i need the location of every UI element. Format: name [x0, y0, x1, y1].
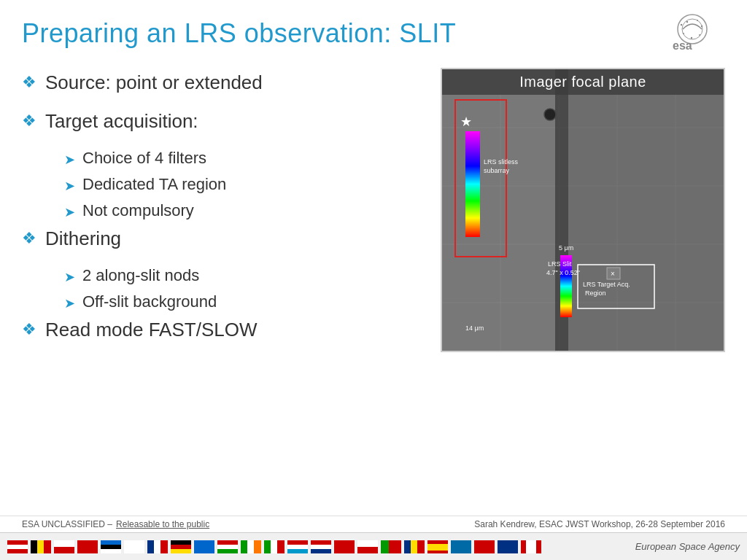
- diamond-icon-read: ❖: [22, 320, 36, 339]
- bullet-target-text: Target acquisition:: [45, 110, 198, 133]
- flag-luxembourg: [287, 540, 308, 553]
- sub-text-compulsory: Not compulsory: [82, 201, 194, 220]
- arrow-icon-along-slit: ➤: [64, 269, 75, 285]
- flags-container: [7, 540, 541, 553]
- flag-poland: [357, 540, 378, 553]
- svg-point-4: [701, 26, 703, 27]
- flag-czech: [54, 540, 74, 553]
- sub-item-not-compulsory: ➤ Not compulsory: [64, 201, 419, 220]
- bullet-target-acq-group: ❖ Target acquisition: ➤ Choice of 4 filt…: [22, 110, 419, 220]
- flag-italy: [264, 540, 285, 553]
- agency-text: European Space Agency: [635, 541, 740, 552]
- image-title: Imager focal plane: [442, 69, 724, 95]
- sub-text-filters: Choice of 4 filters: [82, 149, 206, 168]
- bullet-dithering-group: ❖ Dithering ➤ 2 along-slit nods ➤ Off-sl…: [22, 228, 419, 311]
- sub-item-filters: ➤ Choice of 4 filters: [64, 149, 419, 168]
- bullet-target-acq: ❖ Target acquisition:: [22, 110, 419, 133]
- svg-text:★: ★: [460, 114, 472, 129]
- flag-switzerland: [474, 540, 495, 553]
- svg-text:LRS Target Acq.: LRS Target Acq.: [583, 281, 630, 288]
- svg-rect-23: [465, 131, 480, 237]
- svg-text:esa: esa: [673, 39, 692, 52]
- sub-text-off-slit: Off-slit background: [82, 292, 217, 311]
- svg-text:LRS slitless: LRS slitless: [484, 158, 519, 166]
- bullet-read-text: Read mode FAST/SLOW: [45, 319, 257, 341]
- arrow-icon-off-slit: ➤: [64, 295, 75, 311]
- flag-france: [147, 540, 168, 553]
- flag-portugal: [381, 540, 401, 553]
- svg-point-6: [691, 37, 692, 39]
- arrow-icon-compulsory: ➤: [64, 204, 75, 220]
- svg-text:4.7" x 0.52": 4.7" x 0.52": [546, 269, 580, 276]
- arrow-icon-filters: ➤: [64, 152, 75, 168]
- sub-item-ta-region: ➤ Dedicated TA region: [64, 175, 419, 194]
- svg-rect-19: [555, 69, 725, 352]
- esa-logo: esa: [659, 13, 725, 53]
- footer-left: ESA UNCLASSIFIED – Releasable to the pub…: [22, 519, 209, 529]
- sub-item-off-slit: ➤ Off-slit background: [64, 292, 419, 311]
- flag-ireland: [241, 540, 261, 553]
- diamond-icon-dither: ❖: [22, 229, 36, 248]
- classification-text: ESA UNCLASSIFIED –: [22, 519, 112, 529]
- bullet-read-mode: ❖ Read mode FAST/SLOW: [22, 319, 419, 341]
- flag-netherlands: [311, 540, 331, 553]
- svg-point-5: [699, 34, 700, 36]
- svg-point-8: [681, 24, 682, 26]
- svg-text:Region: Region: [585, 289, 606, 297]
- flag-germany: [171, 540, 191, 553]
- svg-text:subarray: subarray: [484, 167, 510, 174]
- arrow-icon-ta: ➤: [64, 178, 75, 194]
- svg-point-7: [683, 33, 684, 34]
- bullet-source: ❖ Source: point or extended: [22, 71, 419, 94]
- flag-canada: [521, 540, 541, 553]
- footer-credit: Sarah Kendrew, ESAC JWST Workshop, 26-28…: [474, 519, 725, 529]
- flag-hungary: [217, 540, 238, 553]
- flag-finland: [124, 540, 144, 553]
- footer-text-row: ESA UNCLASSIFIED – Releasable to the pub…: [0, 516, 747, 532]
- footer-flags: European Space Agency: [0, 532, 747, 560]
- flag-belgium: [31, 540, 51, 553]
- diamond-icon-target: ❖: [22, 112, 36, 131]
- flag-denmark: [77, 540, 98, 553]
- svg-point-1: [682, 19, 703, 39]
- svg-text:×: ×: [611, 270, 615, 278]
- flag-norway: [334, 540, 355, 553]
- bullet-dithering-text: Dithering: [45, 228, 121, 250]
- right-column: ★: [441, 68, 725, 357]
- flag-spain: [427, 540, 448, 553]
- sub-item-along-slit: ➤ 2 along-slit nods: [64, 266, 419, 285]
- footer: ESA UNCLASSIFIED – Releasable to the pub…: [0, 516, 747, 560]
- main-content: ❖ Source: point or extended ❖ Target acq…: [0, 61, 747, 357]
- target-sub-bullets: ➤ Choice of 4 filters ➤ Dedicated TA reg…: [64, 149, 419, 220]
- bullet-dithering: ❖ Dithering: [22, 228, 419, 250]
- svg-text:LRS Slit: LRS Slit: [548, 260, 572, 268]
- page-title: Preparing an LRS observation: SLIT: [22, 18, 456, 49]
- focal-inner: ★: [442, 69, 724, 351]
- flag-romania: [404, 540, 425, 553]
- releasable-text: Releasable to the public: [116, 519, 209, 529]
- svg-point-3: [697, 20, 698, 21]
- sub-text-along-slit: 2 along-slit nods: [82, 266, 199, 285]
- flag-sweden: [451, 540, 471, 553]
- left-column: ❖ Source: point or extended ❖ Target acq…: [22, 68, 419, 357]
- flag-uk: [498, 540, 518, 553]
- svg-point-2: [686, 21, 688, 23]
- svg-point-26: [544, 109, 556, 120]
- focal-plane-image: ★: [441, 68, 725, 352]
- flag-greece: [194, 540, 214, 553]
- diamond-icon-source: ❖: [22, 73, 36, 92]
- svg-text:14 μm: 14 μm: [465, 324, 484, 332]
- svg-text:5 μm: 5 μm: [559, 244, 573, 252]
- dithering-sub-bullets: ➤ 2 along-slit nods ➤ Off-slit backgroun…: [64, 266, 419, 311]
- flag-austria: [7, 540, 28, 553]
- sub-text-ta: Dedicated TA region: [82, 175, 226, 194]
- bullet-source-text: Source: point or extended: [45, 71, 263, 94]
- header: Preparing an LRS observation: SLIT esa: [0, 0, 747, 61]
- flag-estonia: [101, 540, 121, 553]
